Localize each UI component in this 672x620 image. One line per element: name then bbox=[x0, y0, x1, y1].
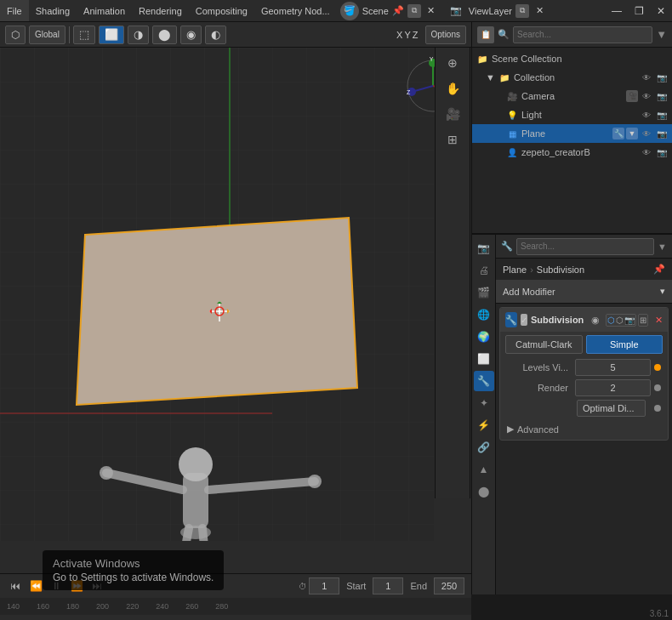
zepeto-visibility[interactable]: 👁 bbox=[640, 145, 653, 159]
modifier-type-row: Catmull-Clark Simple bbox=[500, 332, 668, 357]
props-tab-object[interactable]: ⬜ bbox=[474, 349, 494, 369]
tl-next-frame[interactable]: ⏩ bbox=[68, 577, 85, 594]
props-search-input[interactable] bbox=[516, 238, 654, 255]
outliner-row-plane[interactable]: ▶ ▦ Plane 🔧 ▼ 👁 📷 bbox=[472, 124, 672, 143]
svg-point-17 bbox=[100, 466, 113, 480]
tool-cursor[interactable]: ⊕ bbox=[439, 51, 466, 75]
tl-jump-start[interactable]: ⏮ bbox=[7, 577, 24, 594]
viewlayer-icon[interactable]: 📷 bbox=[447, 2, 465, 20]
tool-hand[interactable]: ✋ bbox=[439, 77, 466, 100]
menu-file[interactable]: File bbox=[0, 0, 29, 21]
plane-visibility[interactable]: 👁 bbox=[640, 127, 653, 140]
svg-text:Z: Z bbox=[407, 89, 411, 95]
viewport-shading-matcap[interactable]: ◑ bbox=[128, 26, 149, 44]
levels-vi-value[interactable]: 5 bbox=[575, 359, 651, 376]
viewport-canvas[interactable]: Y X Z bbox=[0, 48, 471, 573]
menu-shading[interactable]: Shading bbox=[29, 0, 77, 21]
advanced-section[interactable]: ▶ Advanced bbox=[500, 418, 668, 440]
outliner-row-collection[interactable]: ▼ 📁 Collection 👁 📷 bbox=[472, 68, 672, 87]
close-scene-icon[interactable]: ✕ bbox=[424, 4, 438, 18]
modifier-apply-group[interactable]: ⊞ bbox=[638, 314, 648, 327]
tool-camera[interactable]: 🎥 bbox=[439, 102, 466, 126]
tool-grid[interactable]: ⊞ bbox=[439, 128, 466, 151]
modifier-delete-icon[interactable]: ✕ bbox=[650, 311, 667, 328]
light-visibility[interactable]: 👁 bbox=[640, 108, 653, 122]
modifier-realtime-icon[interactable]: ◉ bbox=[587, 311, 604, 328]
current-frame-group: ⏱ bbox=[299, 577, 339, 594]
props-tab-scene[interactable]: 🌐 bbox=[474, 304, 494, 325]
add-modifier-button[interactable]: Add Modifier ▾ bbox=[496, 280, 672, 304]
menu-geometry-nodes[interactable]: Geometry Nod... bbox=[254, 0, 337, 21]
maximize-button[interactable]: ❐ bbox=[628, 0, 650, 22]
zepeto-actions: 👁 📷 bbox=[640, 145, 669, 159]
props-tab-render[interactable]: 📷 bbox=[474, 238, 494, 259]
props-pin-icon[interactable]: 📌 bbox=[653, 264, 665, 275]
viewlayer-label: ViewLayer bbox=[469, 6, 512, 16]
modifier-mode-group[interactable]: ⬡ ⬡ 📷 bbox=[606, 314, 636, 327]
props-tab-constraints[interactable]: 🔗 bbox=[474, 437, 494, 458]
collection-visibility[interactable]: 👁 bbox=[640, 71, 653, 84]
close-button[interactable]: ✕ bbox=[650, 0, 672, 22]
breadcrumb-plane[interactable]: Plane bbox=[503, 264, 527, 275]
zepeto-render[interactable]: 📷 bbox=[655, 145, 669, 159]
outliner-editor-type[interactable]: 📋 bbox=[477, 26, 494, 43]
breadcrumb-subdivision[interactable]: Subdivision bbox=[537, 264, 584, 275]
tl-play[interactable]: ⏸ bbox=[48, 577, 65, 594]
viewport-shading-wireframe[interactable]: ⬚ bbox=[73, 26, 95, 44]
props-tab-world[interactable]: 🌍 bbox=[474, 327, 494, 347]
props-tab-output[interactable]: 🖨 bbox=[474, 260, 494, 281]
props-tab-physics[interactable]: ⚡ bbox=[474, 415, 494, 435]
viewport-xray-button[interactable]: ◐ bbox=[205, 26, 226, 44]
light-render[interactable]: 📷 bbox=[655, 108, 669, 122]
outliner-row-zepeto[interactable]: ▶ 👤 zepeto_creatorB 👁 📷 bbox=[472, 143, 672, 162]
menu-compositing[interactable]: Compositing bbox=[189, 0, 254, 21]
tl-jump-end[interactable]: ⏭ bbox=[88, 577, 105, 594]
props-tab-view[interactable]: 🎬 bbox=[474, 282, 494, 303]
optimal-display-checkbox[interactable]: Optimal Di... bbox=[577, 400, 646, 417]
props-tab-particles[interactable]: ✦ bbox=[474, 393, 494, 413]
modifier-menu-icon[interactable]: ⋮ bbox=[669, 311, 672, 328]
scene-icon[interactable]: 🪣 bbox=[340, 2, 359, 20]
viewport-shading-render[interactable]: ⬤ bbox=[152, 26, 177, 44]
viewport-overlay-button[interactable]: ◉ bbox=[180, 26, 202, 44]
menu-animation[interactable]: Animation bbox=[77, 0, 132, 21]
global-mode-button[interactable]: Global bbox=[29, 26, 65, 44]
menu-rendering[interactable]: Rendering bbox=[132, 0, 189, 21]
outliner-search-input[interactable] bbox=[513, 26, 652, 43]
outliner-row-scene-collection[interactable]: 📁 Scene Collection bbox=[472, 49, 672, 68]
props-tab-material[interactable]: ⬤ bbox=[474, 481, 494, 502]
ruler-mark-180: 180 bbox=[66, 602, 79, 611]
right-panel: 📋 🔍 ▼ 📁 Scene Collection ▼ 📁 Collection … bbox=[471, 22, 672, 594]
plane-render[interactable]: 📷 bbox=[655, 127, 669, 140]
props-tab-modifier[interactable]: 🔧 bbox=[474, 371, 494, 391]
type-catmull-clark[interactable]: Catmull-Clark bbox=[505, 335, 583, 354]
modifier-card-subdivision: 🔧 ✓ Subdivision ◉ ⬡ ⬡ 📷 bbox=[499, 307, 669, 441]
end-frame-input[interactable] bbox=[434, 577, 464, 594]
modifier-enable-checkbox[interactable]: ✓ bbox=[521, 314, 527, 326]
camera-visibility[interactable]: 👁 bbox=[640, 89, 653, 103]
render-value[interactable]: 2 bbox=[575, 379, 651, 396]
axis-y-label: Y bbox=[404, 30, 410, 40]
camera-icon: 🎥 bbox=[505, 89, 519, 103]
ruler-mark-160: 160 bbox=[37, 602, 49, 611]
collection-camera[interactable]: 📷 bbox=[655, 71, 669, 84]
outliner-filter-icon[interactable]: ▼ bbox=[656, 28, 667, 41]
viewport-options-button[interactable]: Options bbox=[425, 26, 466, 44]
outliner-row-camera[interactable]: ▶ 🎥 Camera 🎥 👁 📷 bbox=[472, 87, 672, 105]
copy-viewlayer-icon[interactable]: ⧉ bbox=[515, 4, 529, 18]
editor-type-button[interactable]: ⬡ bbox=[5, 26, 26, 44]
render-dot bbox=[654, 384, 661, 391]
type-simple[interactable]: Simple bbox=[586, 335, 663, 354]
minimize-button[interactable]: — bbox=[606, 0, 628, 22]
tl-prev-frame[interactable]: ⏪ bbox=[27, 577, 44, 594]
outliner-row-light[interactable]: ▶ 💡 Light 👁 📷 bbox=[472, 105, 672, 124]
viewport-shading-solid[interactable]: ⬜ bbox=[99, 26, 124, 44]
copy-icon[interactable]: ⧉ bbox=[407, 4, 421, 18]
camera-render[interactable]: 📷 bbox=[655, 89, 669, 103]
start-frame-input[interactable] bbox=[373, 577, 403, 594]
current-frame-input[interactable] bbox=[309, 577, 339, 594]
props-filter-icon[interactable]: ▼ bbox=[658, 242, 667, 252]
close-viewlayer-icon[interactable]: ✕ bbox=[532, 4, 546, 18]
props-tab-data[interactable]: ▲ bbox=[474, 459, 494, 480]
add-modifier-dropdown-icon: ▾ bbox=[660, 286, 665, 297]
